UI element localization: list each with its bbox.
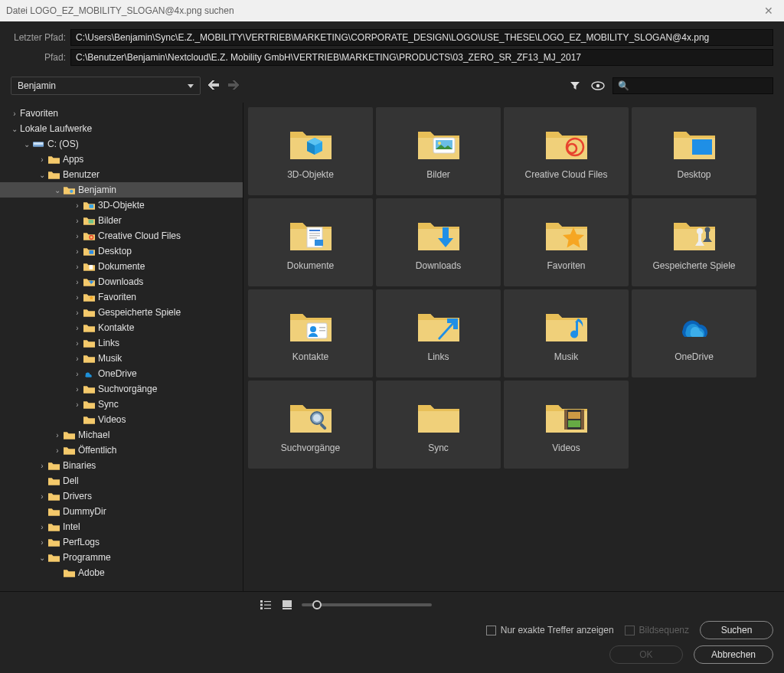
- folder-musik[interactable]: Musik: [504, 289, 629, 377]
- exact-match-checkbox[interactable]: Nur exakte Treffer anzeigen: [486, 625, 614, 635]
- tree-gespeicherte-spiele[interactable]: ›Gespeicherte Spiele: [0, 305, 243, 320]
- filter-icon[interactable]: [567, 77, 583, 94]
- search-input[interactable]: 🔍: [612, 77, 773, 94]
- svg-rect-37: [260, 600, 263, 603]
- tree-onedrive[interactable]: ›OneDrive: [0, 366, 243, 381]
- tree-programme[interactable]: ⌄Programme: [0, 550, 243, 565]
- svg-rect-42: [264, 608, 271, 609]
- folder-icon: [83, 322, 95, 333]
- tree-michael[interactable]: ›Michael: [0, 427, 243, 443]
- tree-lokale-laufwerke[interactable]: ⌄Lokale Laufwerke: [0, 121, 243, 136]
- folder-label: Sync: [428, 443, 449, 453]
- folder-pictures-icon: [416, 123, 462, 162]
- tree-sync[interactable]: ›Sync: [0, 397, 243, 412]
- folder-search-icon: [288, 397, 334, 435]
- svg-point-1: [596, 84, 599, 87]
- folder-icon: [83, 246, 95, 256]
- tree-binaries[interactable]: ›Binaries: [0, 458, 243, 473]
- path-input[interactable]: [70, 49, 773, 66]
- tree-dokumente[interactable]: ›Dokumente: [0, 259, 243, 274]
- folder-kontakte[interactable]: Kontakte: [248, 289, 373, 377]
- folder-suchvorgaenge[interactable]: Suchvorgänge: [248, 381, 373, 469]
- nav-back-button[interactable]: 🡰: [207, 79, 220, 93]
- svg-rect-33: [564, 410, 567, 430]
- search-icon: 🔍: [618, 80, 629, 91]
- folder-icon: [47, 169, 60, 180]
- folder-bilder[interactable]: Bilder: [376, 107, 501, 195]
- tree-kontakte[interactable]: ›Kontakte: [0, 320, 243, 335]
- chevron-down-icon: [188, 84, 194, 88]
- folder-desktop[interactable]: Desktop: [632, 107, 756, 195]
- tree-drivers[interactable]: ›Drivers: [0, 488, 243, 504]
- tree-3d-objekte[interactable]: ›3D-Objekte: [0, 198, 243, 213]
- tree-ccf[interactable]: ›Creative Cloud Files: [0, 228, 243, 243]
- folder-label: 3D-Objekte: [287, 169, 334, 180]
- folder-icon: [83, 230, 95, 241]
- tree-intel[interactable]: ›Intel: [0, 519, 243, 534]
- tree-adobe[interactable]: Adobe: [0, 565, 243, 580]
- svg-rect-20: [309, 237, 317, 239]
- folder-icon: [83, 338, 95, 348]
- tree-downloads[interactable]: ›Downloads: [0, 274, 243, 289]
- eye-icon[interactable]: [590, 77, 606, 94]
- svg-rect-38: [260, 604, 263, 606]
- tree-dummydir[interactable]: DummyDir: [0, 504, 243, 519]
- tree-dell[interactable]: Dell: [0, 473, 243, 488]
- ok-button: OK: [609, 645, 683, 664]
- folder-cc-icon: [544, 123, 590, 162]
- toolbar: Benjamin 🡰 🡲 🔍: [0, 74, 784, 103]
- tree-benutzer[interactable]: ⌄Benutzer: [0, 167, 243, 182]
- nav-forward-button[interactable]: 🡲: [227, 79, 240, 93]
- folder-links[interactable]: Links: [376, 289, 501, 377]
- last-path-input[interactable]: [70, 29, 773, 46]
- folder-onedrive[interactable]: OneDrive: [632, 289, 756, 377]
- cancel-button[interactable]: Abbrechen: [694, 645, 773, 664]
- svg-rect-19: [309, 235, 320, 237]
- slider-knob[interactable]: [312, 600, 322, 609]
- tree-musik[interactable]: ›Musik: [0, 351, 243, 366]
- tree-desktop[interactable]: ›Desktop: [0, 243, 243, 259]
- svg-point-23: [697, 228, 703, 234]
- svg-rect-39: [260, 607, 263, 609]
- close-icon[interactable]: ✕: [760, 5, 778, 17]
- svg-rect-8: [89, 250, 93, 254]
- search-button[interactable]: Suchen: [700, 621, 773, 639]
- thumbnail-size-slider[interactable]: [302, 603, 432, 606]
- folder-creative-cloud[interactable]: Creative Cloud Files: [504, 107, 629, 195]
- tree-bilder[interactable]: ›Bilder: [0, 213, 243, 228]
- folder-gespeicherte-spiele[interactable]: Gespeicherte Spiele: [632, 198, 756, 286]
- folder-sync[interactable]: Sync: [376, 381, 501, 469]
- tree-suchvorgaenge[interactable]: ›Suchvorgänge: [0, 381, 243, 397]
- folder-icon: [63, 445, 75, 456]
- folder-favoriten[interactable]: Favoriten: [504, 198, 629, 286]
- tree-perflogs[interactable]: ›PerfLogs: [0, 534, 243, 550]
- folder-3d-objekte[interactable]: 3D-Objekte: [248, 107, 373, 195]
- folder-icon: [47, 475, 60, 486]
- folder-favorites-icon: [544, 214, 590, 253]
- file-grid[interactable]: 3D-Objekte Bilder Creative Cloud Files D…: [243, 103, 784, 591]
- view-thumb-icon[interactable]: [280, 599, 294, 610]
- window-title: Datei LOGO_EZ_MOBILITY_SLOGAN@4x.png suc…: [6, 5, 234, 16]
- svg-rect-5: [89, 204, 93, 208]
- tree-oeffentlich[interactable]: ›Öffentlich: [0, 443, 243, 458]
- onedrive-icon: [671, 305, 717, 344]
- tree-videos[interactable]: Videos: [0, 412, 243, 427]
- tree-links[interactable]: ›Links: [0, 335, 243, 351]
- tree-favoriten[interactable]: ›Favoriten: [0, 289, 243, 305]
- tree-apps[interactable]: ›Apps: [0, 152, 243, 167]
- tree-c-os[interactable]: ⌄C: (OS): [0, 136, 243, 152]
- svg-rect-44: [283, 608, 292, 609]
- location-dropdown[interactable]: Benjamin: [11, 77, 201, 95]
- folder-label: Suchvorgänge: [281, 443, 340, 453]
- svg-rect-35: [568, 412, 580, 419]
- location-dropdown-label: Benjamin: [18, 80, 56, 91]
- folder-label: Gespeicherte Spiele: [652, 260, 735, 271]
- view-list-icon[interactable]: [259, 599, 273, 610]
- folder-tree[interactable]: ›Favoriten ⌄Lokale Laufwerke ⌄C: (OS) ›A…: [0, 103, 243, 591]
- tree-favoriten[interactable]: ›Favoriten: [0, 106, 243, 121]
- tree-benjamin[interactable]: ⌄Benjamin: [0, 182, 243, 198]
- folder-videos[interactable]: Videos: [504, 381, 629, 469]
- folder-downloads[interactable]: Downloads: [376, 198, 501, 286]
- folder-videos-icon: [544, 397, 590, 435]
- folder-dokumente[interactable]: Dokumente: [248, 198, 373, 286]
